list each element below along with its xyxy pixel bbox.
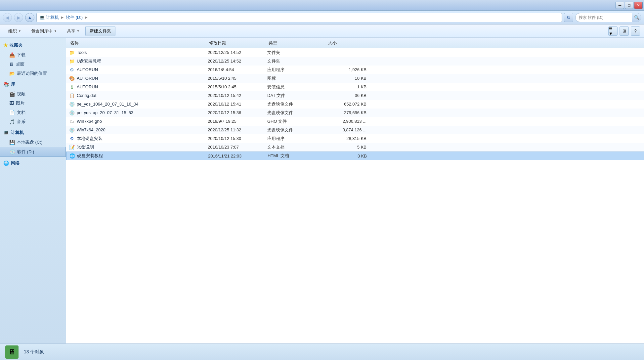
back-button[interactable]: ◀	[3, 13, 12, 22]
close-button[interactable]: ✕	[634, 2, 643, 9]
table-row[interactable]: 💿 pe_yqs_xp_20_07_31_15_53 2020/10/12 15…	[66, 109, 644, 117]
help-button[interactable]: ?	[631, 26, 640, 36]
share-label: 共享	[67, 28, 75, 34]
status-bar: 🖥 13 个对象	[0, 343, 644, 360]
address-bar: ◀ ▶ ▲ 💻 计算机 ► 软件 (D:) ► ↻ 🔍	[0, 11, 644, 24]
file-type-cell: HTML 文档	[268, 153, 327, 159]
file-name-text: pe_yqs_xp_20_07_31_15_53	[77, 110, 133, 115]
file-type-cell: 文本文档	[267, 144, 327, 150]
sidebar-favorites-header[interactable]: ★ 收藏夹	[0, 40, 66, 50]
table-row[interactable]: 🗂 Win7x64.gho 2019/9/7 19:25 GHO 文件 2,90…	[66, 117, 644, 126]
file-size-cell: 1,926 KB	[327, 67, 366, 72]
include-library-button[interactable]: 包含到库中 ▼	[27, 26, 61, 36]
file-icon: 📁	[69, 50, 75, 56]
refresh-button[interactable]: ↻	[564, 13, 573, 22]
file-name-text: 硬盘安装教程	[77, 153, 103, 159]
up-button[interactable]: ▲	[25, 13, 34, 22]
table-row[interactable]: 📝 光盘说明 2016/10/23 7:07 文本文档 5 KB	[66, 143, 644, 152]
file-type-cell: 安装信息	[267, 84, 327, 90]
share-chevron-icon: ▼	[77, 29, 80, 33]
view-dropdown-button[interactable]: ☰ ▼	[608, 26, 618, 36]
column-header-size[interactable]: 大小	[327, 38, 366, 48]
desktop-icon: 🖥	[9, 62, 14, 67]
file-name-cell: 📁 U盘安装教程	[69, 58, 208, 64]
image-label: 图片	[16, 100, 24, 106]
sidebar-computer-header[interactable]: 💻 计算机	[0, 128, 66, 138]
sidebar-library-section: 📚 库 🎬 视频 🖼 图片 📄 文档 🎵 音乐	[0, 79, 66, 126]
sidebar-library-header[interactable]: 📚 库	[0, 79, 66, 89]
minimize-button[interactable]: ─	[616, 2, 624, 9]
title-bar: ─ □ ✕	[0, 0, 644, 11]
table-row[interactable]: 💿 Win7x64_2020 2020/12/25 11:32 光盘映像文件 3…	[66, 126, 644, 134]
file-list: 📁 Tools 2020/12/25 14:52 文件夹 📁 U盘安装教程 20…	[66, 48, 644, 343]
table-row[interactable]: ℹ AUTORUN 2015/5/10 2:45 安装信息 1 KB	[66, 83, 644, 91]
music-label: 音乐	[17, 119, 25, 125]
file-name-text: AUTORUN	[77, 76, 98, 81]
table-row[interactable]: 📋 Config.dat 2020/10/12 15:42 DAT 文件 36 …	[66, 91, 644, 100]
file-icon: 🗂	[69, 118, 75, 124]
organize-label: 组织	[8, 28, 17, 34]
table-row[interactable]: 🎨 AUTORUN 2015/5/10 2:45 图标 10 KB	[66, 74, 644, 83]
downloads-label: 下载	[17, 52, 25, 58]
share-button[interactable]: 共享 ▼	[63, 26, 84, 36]
file-icon: ℹ	[69, 84, 75, 90]
search-button[interactable]: 🔍	[632, 13, 641, 22]
computer-icon: 💻	[3, 130, 9, 135]
file-icon: ⚙	[69, 67, 75, 73]
file-type-cell: DAT 文件	[267, 93, 327, 99]
sidebar-network-header[interactable]: 🌐 网络	[0, 158, 66, 168]
file-icon: 📋	[69, 93, 75, 99]
column-header-type[interactable]: 类型	[267, 38, 327, 48]
details-view-button[interactable]: ⊞	[620, 26, 629, 36]
column-header-date[interactable]: 修改日期	[208, 38, 267, 48]
forward-button[interactable]: ▶	[14, 13, 23, 22]
table-row[interactable]: 🌐 硬盘安装教程 2016/11/21 22:03 HTML 文档 3 KB	[66, 152, 644, 160]
file-name-text: Win7x64_2020	[77, 127, 106, 132]
table-row[interactable]: ⚙ 本地硬盘安装 2020/10/12 15:30 应用程序 28,315 KB	[66, 134, 644, 143]
file-date-cell: 2020/10/12 15:30	[208, 136, 267, 141]
file-date-cell: 2020/10/12 15:42	[208, 93, 267, 98]
sidebar-item-music[interactable]: 🎵 音乐	[0, 117, 66, 126]
breadcrumb-computer[interactable]: 计算机	[46, 15, 59, 21]
file-size-cell: 5 KB	[327, 145, 366, 150]
new-folder-button[interactable]: 新建文件夹	[85, 26, 115, 36]
file-name-cell: 🗂 Win7x64.gho	[69, 118, 208, 124]
sidebar-item-recent[interactable]: 📂 最近访问的位置	[0, 69, 66, 78]
table-row[interactable]: 💿 pe_yqs_1064_20_07_31_16_04 2020/10/12 …	[66, 100, 644, 109]
file-type-cell: 图标	[267, 75, 327, 81]
file-name-text: U盘安装教程	[77, 58, 101, 64]
include-label: 包含到库中	[31, 28, 53, 34]
organize-button[interactable]: 组织 ▼	[4, 26, 25, 36]
column-header-name[interactable]: 名称	[69, 38, 208, 48]
sidebar-item-software-d[interactable]: 💿 软件 (D:)	[0, 147, 66, 157]
sidebar-item-document[interactable]: 📄 文档	[0, 108, 66, 117]
search-input[interactable]	[576, 15, 632, 20]
file-list-header: 名称 修改日期 类型 大小	[66, 38, 644, 48]
sidebar-item-desktop[interactable]: 🖥 桌面	[0, 60, 66, 69]
new-folder-label: 新建文件夹	[90, 28, 111, 34]
doc-label: 文档	[17, 110, 25, 115]
sidebar-item-video[interactable]: 🎬 视频	[0, 89, 66, 99]
table-row[interactable]: ⚙ AUTORUN 2016/1/8 4:54 应用程序 1,926 KB	[66, 66, 644, 74]
library-label: 库	[11, 81, 15, 87]
file-type-cell: GHO 文件	[267, 118, 327, 124]
status-count: 13 个对象	[24, 349, 44, 355]
file-name-text: pe_yqs_1064_20_07_31_16_04	[77, 102, 139, 107]
table-row[interactable]: 📁 U盘安装教程 2020/12/25 14:52 文件夹	[66, 57, 644, 66]
file-name-cell: 📁 Tools	[69, 50, 208, 56]
file-date-cell: 2020/10/12 15:36	[208, 110, 267, 115]
local-c-label: 本地磁盘 (C:)	[17, 139, 42, 145]
organize-chevron-icon: ▼	[18, 29, 21, 33]
file-type-cell: 文件夹	[267, 50, 327, 56]
file-date-cell: 2016/11/21 22:03	[208, 154, 268, 158]
sidebar-item-downloads[interactable]: 📥 下载	[0, 50, 66, 60]
file-size-cell: 28,315 KB	[327, 136, 366, 141]
sidebar-item-local-c[interactable]: 💾 本地磁盘 (C:)	[0, 138, 66, 147]
breadcrumb-drive[interactable]: 软件 (D:)	[66, 15, 83, 21]
file-name-cell: 📝 光盘说明	[69, 144, 208, 150]
desktop-label: 桌面	[16, 61, 24, 67]
maximize-button[interactable]: □	[625, 2, 633, 9]
table-row[interactable]: 📁 Tools 2020/12/25 14:52 文件夹	[66, 48, 644, 57]
file-icon: 📁	[69, 58, 75, 64]
sidebar-item-image[interactable]: 🖼 图片	[0, 99, 66, 108]
